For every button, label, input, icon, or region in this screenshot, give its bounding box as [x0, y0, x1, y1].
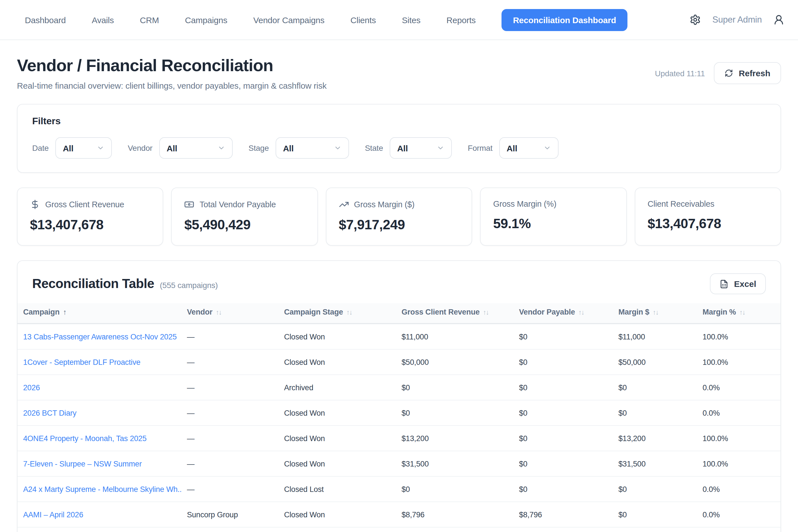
cell-actions: [776, 425, 780, 451]
nav-item-avails[interactable]: Avails: [92, 15, 114, 24]
campaign-link[interactable]: AAMI – April 2026: [23, 510, 83, 519]
filter-label-vendor: Vendor: [128, 144, 152, 152]
file-spreadsheet-icon: [720, 279, 728, 288]
nav-item-crm[interactable]: CRM: [140, 15, 159, 24]
reconciliation-table: Campaign↑Vendor↑↓Campaign Stage↑↓Gross C…: [18, 303, 780, 532]
column-header-margin[interactable]: Margin %↑↓: [697, 303, 776, 324]
kpi-label: Gross Client Revenue: [30, 200, 151, 210]
nav-item-campaigns[interactable]: Campaigns: [185, 15, 227, 24]
cell-vendor-payable: $0: [513, 375, 613, 400]
cell-gross-client-revenue: $20,506: [396, 527, 513, 532]
filters-heading: Filters: [32, 116, 766, 127]
nav-item-vendor-campaigns[interactable]: Vendor Campaigns: [253, 15, 324, 24]
filter-value-vendor: All: [167, 143, 177, 153]
campaign-link[interactable]: A24 x Marty Supreme - Melbourne Skyline …: [23, 485, 181, 493]
cell-actions: [776, 375, 780, 400]
filter-label-state: State: [365, 144, 383, 152]
nav-item-dashboard[interactable]: Dashboard: [25, 15, 66, 24]
filter-value-date: All: [63, 143, 73, 153]
filter-select-format[interactable]: All: [499, 137, 558, 159]
filter-label-format: Format: [468, 144, 493, 152]
cell-stage: Archived: [279, 375, 396, 400]
nav-item-clients[interactable]: Clients: [350, 15, 376, 24]
nav-item-sites[interactable]: Sites: [402, 15, 420, 24]
cell-vendor: —: [181, 476, 279, 502]
filter-select-vendor[interactable]: All: [159, 137, 233, 159]
cell-vendor: —: [181, 451, 279, 476]
cell-vendor: —: [181, 425, 279, 451]
cell-stage: Closed Won: [279, 502, 396, 527]
cell-gross-client-revenue: $13,200: [396, 425, 513, 451]
excel-export-button[interactable]: Excel: [710, 273, 766, 294]
cell-campaign: 13 Cabs-Passenger Awareness Oct-Nov 2025: [18, 324, 181, 349]
campaign-link[interactable]: 4ONE4 Property - Moonah, Tas 2025: [23, 434, 147, 442]
column-header-campaign-stage[interactable]: Campaign Stage↑↓: [279, 303, 396, 324]
table-header-row: Campaign↑Vendor↑↓Campaign Stage↑↓Gross C…: [18, 303, 780, 324]
table-row: A24 x Marty Supreme - Melbourne Skyline …: [18, 476, 780, 502]
campaign-link[interactable]: 2026: [23, 383, 40, 392]
nav-item-reconciliation-dashboard[interactable]: Reconciliation Dashboard: [502, 9, 627, 31]
filter-group-vendor: VendorAll: [128, 137, 233, 159]
cell-actions: [776, 324, 780, 349]
table-title-block: Reconciliation Table (555 campaigns): [32, 276, 218, 291]
kpi-row: Gross Client Revenue$13,407,678Total Ven…: [17, 188, 781, 246]
cell-stage: Closed Won: [279, 425, 396, 451]
user-name: Super Admin: [712, 15, 762, 25]
kpi-card-client-receivables: Client Receivables$13,407,678: [634, 188, 781, 246]
column-header-vendor-payable[interactable]: Vendor Payable↑↓: [513, 303, 613, 324]
settings-button[interactable]: [690, 14, 701, 25]
campaign-count: (555 campaigns): [160, 281, 218, 290]
refresh-button[interactable]: Refresh: [714, 62, 781, 84]
filter-select-date[interactable]: All: [55, 137, 112, 159]
page-title-block: Vendor / Financial Reconciliation Real-t…: [17, 56, 327, 90]
column-header-vendor[interactable]: Vendor↑↓: [181, 303, 279, 324]
kpi-value: 59.1%: [493, 216, 614, 231]
cell-vendor-payable: $8,796: [513, 502, 613, 527]
cell-campaign: A24 x Marty Supreme - Melbourne Skyline …: [18, 476, 181, 502]
filters-card: Filters DateAllVendorAllStageAllStateAll…: [17, 104, 781, 173]
sort-asc-icon: ↑: [63, 308, 66, 316]
cell-actions: [776, 400, 780, 425]
kpi-card-gross-margin: Gross Margin ($)$7,917,249: [326, 188, 472, 246]
kpi-label: Total Vendor Payable: [184, 200, 305, 210]
chevron-down-icon: [217, 144, 225, 152]
settings-icon: [690, 14, 701, 25]
kpi-value: $5,490,429: [184, 217, 305, 233]
user-menu-button[interactable]: [773, 14, 784, 25]
refresh-button-label: Refresh: [739, 68, 770, 78]
filter-select-stage[interactable]: All: [276, 137, 349, 159]
table-row: 7-Eleven - Slurpee – NSW Summer—Closed W…: [18, 451, 780, 476]
reconciliation-table-card: Reconciliation Table (555 campaigns) Exc…: [17, 260, 781, 532]
campaign-link[interactable]: 7-Eleven - Slurpee – NSW Summer: [23, 459, 142, 468]
column-header-margin[interactable]: Margin $↑↓: [613, 303, 697, 324]
cell-vendor-payable: $0: [513, 400, 613, 425]
cell-margin-dollars: $0: [613, 476, 697, 502]
chevron-down-icon: [97, 144, 104, 152]
column-header-gross-client-revenue[interactable]: Gross Client Revenue↑↓: [396, 303, 513, 324]
campaign-link[interactable]: 13 Cabs-Passenger Awareness Oct-Nov 2025: [23, 332, 177, 341]
kpi-label: Gross Margin (%): [493, 200, 614, 208]
sort-both-icon: ↑↓: [652, 308, 658, 316]
nav-right: Super Admin: [690, 14, 784, 25]
page-title: Vendor / Financial Reconciliation: [17, 56, 327, 75]
column-header-campaign[interactable]: Campaign↑: [18, 303, 181, 324]
trending-up-icon: [339, 200, 349, 210]
cell-vendor: —: [181, 324, 279, 349]
cell-campaign: 2026 BCT Diary: [18, 400, 181, 425]
nav-items: DashboardAvailsCRMCampaignsVendor Campai…: [25, 15, 476, 24]
cell-stage: Closed Won: [279, 527, 396, 532]
sort-both-icon: ↑↓: [578, 308, 584, 316]
filter-select-state[interactable]: All: [390, 137, 452, 159]
page-header-actions: Updated 11:11 Refresh: [655, 62, 781, 84]
filter-row: DateAllVendorAllStageAllStateAllFormatAl…: [32, 137, 766, 159]
cell-margin-dollars: $0: [613, 375, 697, 400]
cell-campaign: AAMI – April 2026: [18, 502, 181, 527]
cell-campaign: 7-Eleven - Slurpee – NSW Summer: [18, 451, 181, 476]
campaign-link[interactable]: 2026 BCT Diary: [23, 408, 77, 417]
nav-item-reports[interactable]: Reports: [446, 15, 476, 24]
cell-vendor: —: [181, 375, 279, 400]
filter-value-format: All: [507, 143, 517, 153]
cell-margin-dollars: $50,000: [613, 349, 697, 375]
user-round-icon: [773, 14, 784, 25]
campaign-link[interactable]: 1Cover - September DLF Proactive: [23, 358, 140, 366]
